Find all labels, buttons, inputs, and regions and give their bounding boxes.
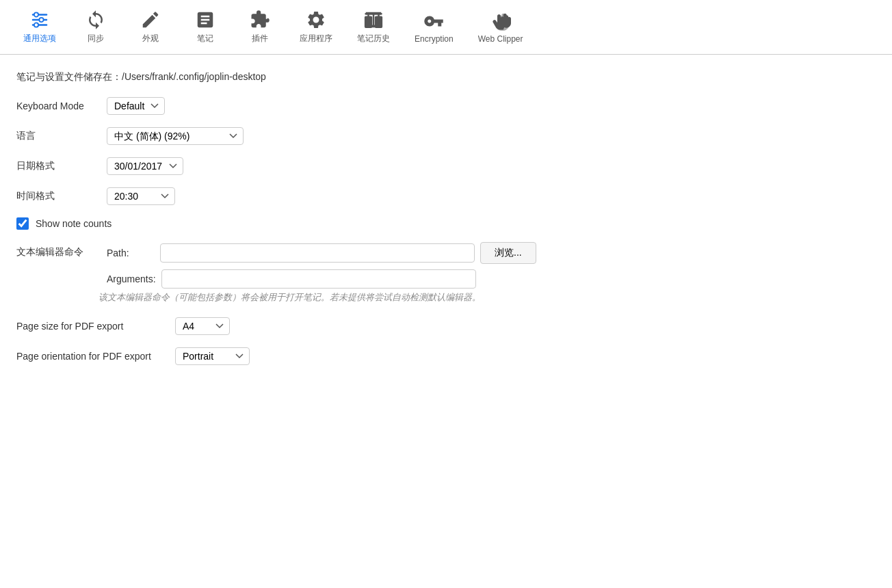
path-label: Path: (107, 248, 155, 258)
keyboard-mode-label: Keyboard Mode (16, 101, 99, 111)
date-format-label: 日期格式 (16, 160, 99, 172)
editor-fields: Path: 浏览... Arguments: (107, 242, 536, 289)
arguments-input[interactable] (161, 269, 476, 289)
pen-icon (140, 10, 161, 30)
arguments-label: Arguments: (107, 273, 156, 284)
svg-point-4 (39, 18, 43, 22)
svg-point-5 (34, 23, 38, 27)
toolbar-label-webclipper: Web Clipper (478, 34, 523, 44)
keyboard-mode-select[interactable]: Default Emacs Vim (107, 97, 165, 115)
time-format-row: 时间格式 20:30 08:30 PM (16, 187, 876, 205)
toolbar-label-sync: 同步 (88, 33, 104, 44)
time-format-label: 时间格式 (16, 190, 99, 202)
key-icon (423, 11, 444, 31)
hand-icon (490, 11, 511, 31)
pdf-page-size-select[interactable]: A4 Letter Legal (175, 317, 230, 335)
svg-point-3 (34, 12, 38, 16)
date-format-row: 日期格式 30/01/2017 01/30/2017 2017-01-30 (16, 157, 876, 175)
toolbar-item-history[interactable]: 笔记历史 (345, 5, 402, 49)
toolbar-label-applications: 应用程序 (300, 33, 332, 44)
arguments-row: Arguments: (107, 269, 536, 289)
toolbar-label-plugins: 插件 (252, 33, 268, 44)
pdf-page-size-label: Page size for PDF export (16, 321, 167, 332)
pdf-orientation-row: Page orientation for PDF export Portrait… (16, 347, 876, 365)
toolbar-item-plugins[interactable]: 插件 (233, 5, 287, 49)
toolbar-label-encryption: Encryption (415, 34, 454, 44)
toolbar-label-history: 笔记历史 (357, 33, 390, 44)
show-note-counts-checkbox[interactable] (16, 217, 29, 230)
storage-path: 笔记与设置文件储存在：/Users/frank/.config/joplin-d… (16, 71, 876, 83)
puzzle-icon (250, 10, 270, 30)
editor-command-label: 文本编辑器命令 (16, 242, 99, 258)
content-area: 笔记与设置文件储存在：/Users/frank/.config/joplin-d… (0, 55, 892, 394)
pdf-page-size-row: Page size for PDF export A4 Letter Legal (16, 317, 876, 335)
note-icon (195, 10, 215, 30)
path-row: Path: 浏览... (107, 242, 536, 264)
toolbar-item-appearance[interactable]: 外观 (123, 5, 178, 49)
gear-icon (306, 10, 326, 30)
editor-command-section: 文本编辑器命令 Path: 浏览... Arguments: (16, 242, 876, 289)
language-row: 语言 中文 (简体) (92%) English (16, 127, 876, 145)
keyboard-mode-row: Keyboard Mode Default Emacs Vim (16, 97, 876, 115)
sync-icon (86, 10, 106, 30)
browse-button[interactable]: 浏览... (480, 242, 536, 264)
toolbar-item-applications[interactable]: 应用程序 (287, 5, 345, 49)
date-format-select[interactable]: 30/01/2017 01/30/2017 2017-01-30 (107, 157, 183, 175)
path-input[interactable] (160, 243, 475, 263)
toolbar-label-appearance: 外观 (142, 33, 159, 44)
toolbar: 通用选项 同步 外观 笔记 插件 应用程序 (0, 0, 892, 55)
show-note-counts-row: Show note counts (16, 217, 876, 230)
language-select[interactable]: 中文 (简体) (92%) English (107, 127, 244, 145)
language-label: 语言 (16, 130, 99, 142)
toolbar-item-sync[interactable]: 同步 (68, 5, 123, 49)
sliders-icon (29, 10, 50, 30)
toolbar-label-general: 通用选项 (23, 33, 56, 44)
toolbar-item-webclipper[interactable]: Web Clipper (466, 7, 536, 48)
pdf-orientation-label: Page orientation for PDF export (16, 351, 167, 362)
columns-icon (363, 10, 384, 30)
editor-hint-text: 该文本编辑器命令（可能包括参数）将会被用于打开笔记。若未提供将尝试自动检测默认编… (99, 291, 876, 304)
time-format-select[interactable]: 20:30 08:30 PM (107, 187, 175, 205)
toolbar-item-encryption[interactable]: Encryption (402, 7, 466, 48)
toolbar-label-notes: 笔记 (197, 33, 213, 44)
toolbar-item-general[interactable]: 通用选项 (11, 5, 68, 49)
toolbar-item-notes[interactable]: 笔记 (178, 5, 233, 49)
pdf-orientation-select[interactable]: Portrait Landscape (175, 347, 250, 365)
show-note-counts-label: Show note counts (36, 218, 112, 229)
